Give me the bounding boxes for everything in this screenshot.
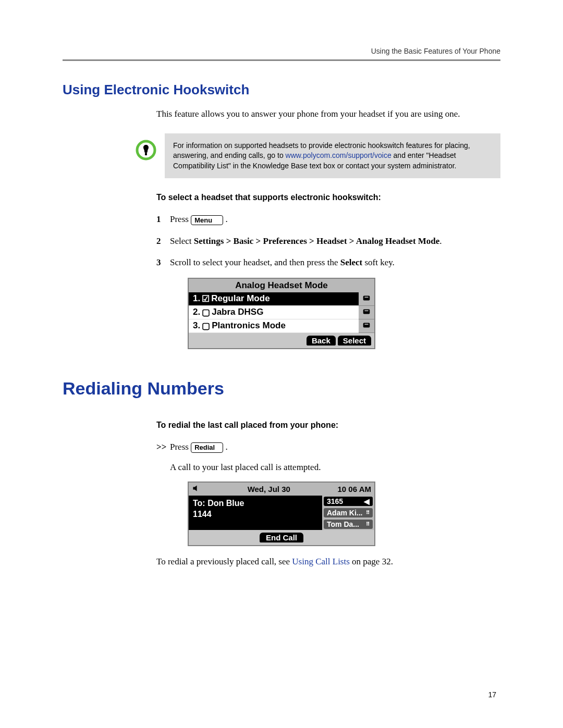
phone-line-icon: [359, 292, 374, 306]
svg-rect-5: [364, 311, 368, 312]
footer-post: on page 32.: [350, 557, 393, 566]
ss2-time: 10 06 AM: [338, 485, 371, 493]
ss1-num1: 1.: [193, 293, 200, 304]
step3-post: soft key.: [362, 257, 395, 267]
ss2-line-3165: 3165 ◀: [324, 497, 373, 506]
info-note: For information on supported headsets to…: [136, 133, 500, 179]
ss1-label3: Plantronics Mode: [212, 320, 286, 331]
ss2-date: Wed, Jul 30: [248, 485, 290, 493]
radio-empty-icon: ▢: [202, 307, 210, 318]
redial-pre: Press: [170, 442, 191, 452]
step3-pre: Scroll to select your headset, and then …: [170, 257, 340, 267]
triangle-left-icon: ◀: [364, 497, 370, 505]
info-note-box: For information on supported headsets to…: [165, 133, 500, 179]
ss1-item-plantronics: 3. ▢ Plantronics Mode: [189, 319, 359, 333]
redial-key-icon: Redial: [191, 442, 223, 453]
hookswitch-steps: Press Menu . Select Settings > Basic > P…: [156, 213, 500, 269]
dialpad-icon: ⠿: [366, 510, 370, 515]
radio-empty-icon: ▢: [202, 320, 210, 331]
note-link[interactable]: www.polycom.com/support/voice: [286, 151, 391, 159]
ss1-side-icons: [359, 292, 374, 333]
step2-path: Settings > Basic > Preferences > Headset…: [194, 236, 440, 246]
menu-key-icon: Menu: [191, 215, 223, 226]
ss1-back-button: Back: [307, 336, 336, 346]
page-header: Using the Basic Features of Your Phone: [63, 47, 500, 55]
svg-rect-4: [363, 310, 370, 314]
ss1-num3: 3.: [193, 320, 200, 331]
hookswitch-subheading: To select a headset that supports electr…: [156, 193, 500, 202]
call-lists-link[interactable]: Using Call Lists: [292, 557, 350, 566]
header-rule: [63, 59, 500, 61]
phone-line-icon: [359, 319, 374, 333]
ss2-contact-tom: Tom Da... ⠿: [324, 520, 373, 529]
ss1-label2: Jabra DHSG: [212, 307, 263, 317]
screenshot-call-placed: Wed, Jul 30 10 06 AM To: Don Blue 1144 3…: [188, 482, 375, 546]
footer-pre: To redial a previously placed call, see: [156, 557, 292, 566]
ss2-to: To: Don Blue: [193, 498, 318, 509]
ss2-call-info: To: Don Blue 1144: [189, 496, 322, 530]
info-icon: [136, 140, 156, 163]
screenshot-analog-headset: Analog Headset Mode 1. ☑ Regular Mode 2.…: [188, 278, 375, 349]
ss1-item-jabra: 2. ▢ Jabra DHSG: [189, 306, 359, 319]
ss2-end-call-button: End Call: [260, 533, 303, 542]
redial-footer-text: To redial a previously placed call, see …: [156, 557, 500, 567]
redial-step: >> Press Redial .: [156, 440, 500, 454]
step-3: Scroll to select your headset, and then …: [156, 256, 500, 269]
redial-subheading: To redial the last call placed from your…: [156, 421, 500, 430]
ss1-num2: 2.: [193, 307, 200, 317]
ss1-title: Analog Headset Mode: [189, 279, 374, 292]
speaker-icon: [192, 484, 200, 494]
section-heading-redialing: Redialing Numbers: [63, 378, 500, 399]
page-number: 17: [488, 690, 496, 699]
svg-rect-2: [363, 296, 370, 301]
redial-result: A call to your last placed call is attem…: [156, 461, 500, 474]
step2-post: .: [439, 236, 442, 246]
pill3-label: Tom Da...: [327, 520, 359, 528]
step1-pre: Press: [170, 214, 191, 224]
ss1-item-regular: 1. ☑ Regular Mode: [189, 292, 359, 306]
section-heading-hookswitch: Using Electronic Hookswitch: [63, 82, 500, 98]
dialpad-icon: ⠿: [366, 521, 370, 527]
step-1: Press Menu .: [156, 213, 500, 226]
svg-rect-3: [364, 297, 368, 298]
svg-rect-1: [145, 153, 147, 155]
hookswitch-intro: This feature allows you to answer your p…: [156, 107, 500, 121]
redial-post: .: [225, 442, 227, 452]
ss1-select-button: Select: [338, 336, 371, 346]
step2-pre: Select: [170, 236, 194, 246]
step-2: Select Settings > Basic > Preferences > …: [156, 235, 500, 248]
svg-rect-6: [363, 323, 370, 328]
step3-select: Select: [340, 257, 362, 267]
ss2-number: 1144: [193, 509, 318, 520]
step1-post: .: [225, 214, 227, 224]
ss1-label1: Regular Mode: [211, 293, 270, 304]
pill1-label: 3165: [327, 497, 343, 505]
phone-line-icon: [359, 306, 374, 319]
checkbox-checked-icon: ☑: [202, 293, 210, 304]
pill2-label: Adam Ki...: [327, 509, 362, 517]
ss2-contact-adam: Adam Ki... ⠿: [324, 508, 373, 517]
arrow-marker: >>: [156, 440, 166, 454]
svg-rect-7: [364, 324, 368, 325]
